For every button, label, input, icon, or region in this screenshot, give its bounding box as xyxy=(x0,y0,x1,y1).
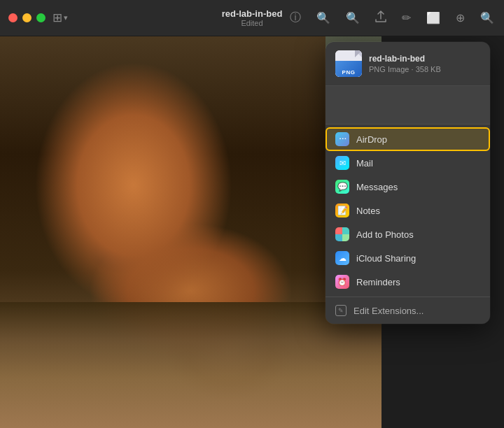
image-canvas xyxy=(0,36,382,428)
main-content: red-lab-in-bed PNG Image · 358 KB ⋯ AirD… xyxy=(0,36,504,428)
menu-divider xyxy=(326,297,490,297)
share-dropdown: red-lab-in-bed PNG Image · 358 KB ⋯ AirD… xyxy=(326,42,490,324)
adjust-button[interactable]: ⊕ xyxy=(454,10,466,26)
share-button[interactable] xyxy=(374,9,388,27)
minimize-button[interactable] xyxy=(22,13,31,22)
photos-label: Add to Photos xyxy=(356,229,414,240)
zoom-in-button[interactable]: 🔍 xyxy=(344,10,361,26)
reminders-icon: ⏰ xyxy=(335,275,349,289)
maximize-button[interactable] xyxy=(36,13,46,22)
icloud-label: iCloud Sharing xyxy=(356,253,416,264)
file-meta: PNG Image · 358 KB xyxy=(369,65,480,73)
sidebar-icon: ⊞ xyxy=(52,10,62,25)
menu-item-notes[interactable]: 📝 Notes xyxy=(326,199,490,222)
airdrop-icon: ⋯ xyxy=(335,132,349,146)
airdrop-label: AirDrop xyxy=(356,134,387,145)
edit-extensions-label: Edit Extensions... xyxy=(354,306,424,316)
edit-extensions-icon: ✎ xyxy=(335,305,346,316)
traffic-lights xyxy=(8,13,46,22)
notes-icon: 📝 xyxy=(335,204,349,217)
mail-icon: ✉ xyxy=(335,156,349,170)
window-title-area: red-lab-in-bed Edited xyxy=(222,8,283,27)
file-info-section: red-lab-in-bed PNG Image · 358 KB xyxy=(326,42,490,86)
mail-label: Mail xyxy=(356,158,373,169)
menu-item-mail[interactable]: ✉ Mail xyxy=(326,151,490,175)
window-title: red-lab-in-bed xyxy=(222,8,283,19)
window-subtitle: Edited xyxy=(222,19,283,27)
file-info-text: red-lab-in-bed PNG Image · 358 KB xyxy=(369,54,480,73)
file-fold xyxy=(355,50,362,57)
zoom-out-button[interactable]: 🔍 xyxy=(315,10,332,26)
menu-item-reminders[interactable]: ⏰ Reminders xyxy=(326,270,490,294)
search-button[interactable]: 🔍 xyxy=(479,10,496,26)
notes-label: Notes xyxy=(356,206,380,216)
messages-icon: 💬 xyxy=(335,180,349,194)
menu-item-airdrop[interactable]: ⋯ AirDrop xyxy=(326,127,490,151)
menu-item-icloud[interactable]: ☁ iCloud Sharing xyxy=(326,246,490,270)
icloud-icon: ☁ xyxy=(335,251,349,265)
crop-button[interactable]: ⬜ xyxy=(425,10,442,26)
share-menu-items: ⋯ AirDrop ✉ Mail 💬 Messages xyxy=(326,124,490,324)
sidebar-toggle-button[interactable]: ⊞ ▾ xyxy=(52,10,68,25)
toolbar-right: ⓘ 🔍 🔍 ✏ ⬜ ⊕ 🔍 xyxy=(288,9,496,27)
menu-item-edit-extensions[interactable]: ✎ Edit Extensions... xyxy=(326,300,490,321)
png-icon xyxy=(335,50,362,77)
file-name: red-lab-in-bed xyxy=(369,54,480,64)
menu-item-messages[interactable]: 💬 Messages xyxy=(326,175,490,199)
sidebar-chevron-icon: ▾ xyxy=(64,13,68,22)
info-button[interactable]: ⓘ xyxy=(288,9,302,27)
photos-icon xyxy=(335,227,349,241)
file-icon xyxy=(335,50,362,77)
close-button[interactable] xyxy=(8,13,18,22)
titlebar: ⊞ ▾ red-lab-in-bed Edited ⓘ 🔍 🔍 ✏ ⬜ ⊕ 🔍 xyxy=(0,0,504,36)
sharing-preview-area xyxy=(326,86,490,124)
menu-item-photos[interactable]: Add to Photos xyxy=(326,222,490,246)
annotate-button[interactable]: ✏ xyxy=(400,10,412,26)
reminders-label: Reminders xyxy=(356,277,400,287)
floor-decoration xyxy=(0,302,382,428)
messages-label: Messages xyxy=(356,182,398,192)
